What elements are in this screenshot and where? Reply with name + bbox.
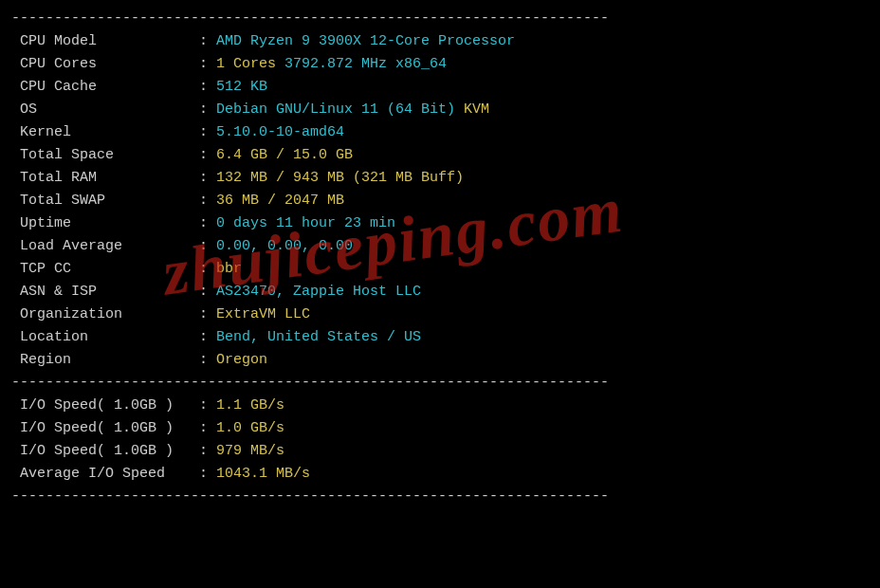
info-row: ASN & ISP : AS23470, Zappie Host LLC	[11, 281, 869, 303]
info-value: 36 MB / 2047 MB	[216, 193, 344, 209]
colon-separator: :	[199, 215, 216, 231]
info-row: Total RAM : 132 MB / 943 MB (321 MB Buff…	[11, 167, 869, 190]
info-label: Location	[11, 329, 199, 345]
info-row: Kernel : 5.10.0-10-amd64	[11, 121, 869, 144]
info-value: 979 MB/s	[216, 443, 284, 459]
info-row: CPU Model : AMD Ryzen 9 3900X 12-Core Pr…	[11, 30, 869, 53]
info-value: 0 days 11 hour 23 min	[216, 215, 395, 231]
info-row: TCP CC : bbr	[11, 258, 869, 281]
info-row: Region : Oregon	[11, 349, 869, 372]
info-label: CPU Model	[11, 33, 199, 49]
colon-separator: :	[199, 193, 216, 209]
colon-separator: :	[199, 33, 216, 49]
info-value: 1.0 GB/s	[216, 420, 284, 436]
info-value: 132 MB / 943 MB (321 MB Buff)	[216, 170, 464, 186]
info-row: OS : Debian GNU/Linux 11 (64 Bit) KVM	[11, 99, 869, 121]
divider: ----------------------------------------…	[11, 372, 869, 395]
info-row: Total Space : 6.4 GB / 15.0 GB	[11, 144, 869, 167]
divider: ----------------------------------------…	[11, 486, 869, 508]
colon-separator: :	[199, 124, 216, 140]
colon-separator: :	[199, 397, 216, 413]
colon-separator: :	[199, 56, 216, 72]
info-row: CPU Cores : 1 Cores 3792.872 MHz x86_64	[11, 53, 869, 76]
info-value: AMD Ryzen 9 3900X 12-Core Processor	[216, 33, 515, 49]
info-label: Total SWAP	[11, 193, 199, 209]
info-label: CPU Cache	[11, 79, 199, 95]
info-value: KVM	[464, 101, 489, 118]
info-row: Average I/O Speed : 1043.1 MB/s	[11, 463, 869, 486]
info-label: OS	[11, 101, 199, 118]
info-label: I/O Speed( 1.0GB )	[11, 397, 199, 413]
info-label: Organization	[11, 306, 199, 322]
info-label: CPU Cores	[11, 56, 199, 72]
colon-separator: :	[199, 420, 216, 436]
info-row: Load Average : 0.00, 0.00, 0.00	[11, 235, 869, 258]
info-row: I/O Speed( 1.0GB ) : 1.1 GB/s	[11, 395, 869, 417]
divider: ----------------------------------------…	[11, 8, 869, 30]
info-label: ASN & ISP	[11, 284, 199, 300]
info-label: Load Average	[11, 238, 199, 254]
info-label: Total Space	[11, 147, 199, 163]
colon-separator: :	[199, 352, 216, 368]
colon-separator: :	[199, 306, 216, 322]
colon-separator: :	[199, 329, 216, 345]
info-row: Location : Bend, United States / US	[11, 326, 869, 349]
info-value: 512 KB	[216, 79, 267, 95]
info-value: 5.10.0-10-amd64	[216, 124, 344, 140]
info-row: Total SWAP : 36 MB / 2047 MB	[11, 190, 869, 212]
info-label: Region	[11, 352, 199, 368]
colon-separator: :	[199, 79, 216, 95]
info-label: Kernel	[11, 124, 199, 140]
colon-separator: :	[199, 147, 216, 163]
info-label: Uptime	[11, 215, 199, 231]
info-row: I/O Speed( 1.0GB ) : 1.0 GB/s	[11, 417, 869, 440]
colon-separator: :	[199, 170, 216, 186]
colon-separator: :	[199, 284, 216, 300]
info-value: AS23470, Zappie Host LLC	[216, 284, 421, 300]
colon-separator: :	[199, 466, 216, 482]
colon-separator: :	[199, 101, 216, 118]
info-label: I/O Speed( 1.0GB )	[11, 420, 199, 436]
info-row: CPU Cache : 512 KB	[11, 76, 869, 99]
info-value: Debian GNU/Linux 11 (64 Bit)	[216, 101, 464, 118]
info-label: Average I/O Speed	[11, 466, 199, 482]
info-value: 1043.1 MB/s	[216, 466, 310, 482]
info-value: 6.4 GB / 15.0 GB	[216, 147, 353, 163]
info-label: TCP CC	[11, 261, 199, 277]
info-row: I/O Speed( 1.0GB ) : 979 MB/s	[11, 440, 869, 463]
info-value: 1 Cores	[216, 56, 276, 72]
terminal-output: zhujiceping.com ------------------------…	[0, 0, 880, 588]
info-row: Uptime : 0 days 11 hour 23 min	[11, 212, 869, 235]
info-label: I/O Speed( 1.0GB )	[11, 443, 199, 459]
colon-separator: :	[199, 238, 216, 254]
info-value: 0.00, 0.00, 0.00	[216, 238, 353, 254]
colon-separator: :	[199, 443, 216, 459]
info-row: Organization : ExtraVM LLC	[11, 303, 869, 326]
info-label: Total RAM	[11, 170, 199, 186]
info-value: 3792.872 MHz x86_64	[276, 56, 447, 72]
info-value: ExtraVM LLC	[216, 306, 310, 322]
info-value: Bend, United States / US	[216, 329, 421, 345]
info-value: bbr	[216, 261, 242, 277]
info-value: Oregon	[216, 352, 267, 368]
colon-separator: :	[199, 261, 216, 277]
info-value: 1.1 GB/s	[216, 397, 284, 413]
